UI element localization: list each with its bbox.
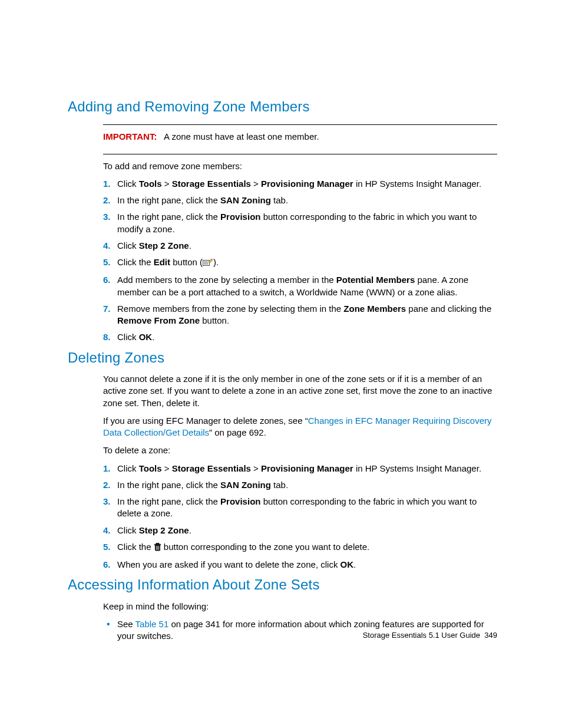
list-item: 1. Click Tools > Storage Essentials > Pr…: [103, 463, 497, 475]
link-table-51[interactable]: Table 51: [135, 619, 169, 629]
step-number: 4.: [103, 525, 111, 536]
section3-intro: Keep in mind the following:: [103, 601, 497, 612]
section1-steps: 1. Click Tools > Storage Essentials > Pr…: [103, 178, 497, 344]
step-number: 2.: [103, 195, 111, 206]
list-item: 1. Click Tools > Storage Essentials > Pr…: [103, 178, 497, 190]
list-item: 6. Add members to the zone by selecting …: [103, 274, 497, 298]
important-label: IMPORTANT:: [103, 131, 157, 141]
list-item: 3. In the right pane, click the Provisio…: [103, 211, 497, 235]
step-number: 8.: [103, 331, 111, 343]
step-number: 1.: [103, 463, 111, 475]
step-number: 7.: [103, 303, 111, 315]
section2-steps: 1. Click Tools > Storage Essentials > Pr…: [103, 463, 497, 571]
step-number: 6.: [103, 274, 111, 286]
section2-para2: If you are using EFC Manager to delete z…: [103, 415, 497, 439]
section1-body: IMPORTANT: A zone must have at least one…: [103, 124, 497, 343]
rule-top: [103, 124, 497, 125]
step-number: 3.: [103, 496, 111, 508]
section1-intro: To add and remove zone members:: [103, 160, 497, 172]
footer-page-number: 349: [484, 631, 497, 640]
step-number: 4.: [103, 240, 111, 252]
list-item: 4. Click Step 2 Zone.: [103, 240, 497, 252]
delete-icon: [154, 542, 161, 554]
list-item: 7. Remove members from the zone by selec…: [103, 303, 497, 327]
list-item: 2. In the right pane, click the SAN Zoni…: [103, 479, 497, 491]
important-note: IMPORTANT: A zone must have at least one…: [103, 131, 497, 143]
document-page: Adding and Removing Zone Members IMPORTA…: [0, 0, 562, 728]
section2-para1: You cannot delete a zone if it is the on…: [103, 373, 497, 409]
rule-bottom: [103, 154, 497, 154]
section2-intro: To delete a zone:: [103, 444, 497, 456]
heading-accessing-zone-sets: Accessing Information About Zone Sets: [68, 575, 497, 594]
step-number: 5.: [103, 256, 111, 268]
important-text: A zone must have at least one member.: [164, 131, 319, 141]
step-number: 5.: [103, 541, 111, 553]
footer-title: Storage Essentials 5.1 User Guide: [363, 631, 480, 640]
step-number: 1.: [103, 178, 111, 190]
step-number: 6.: [103, 559, 111, 571]
svg-rect-6: [156, 543, 158, 544]
step-number: 3.: [103, 211, 111, 223]
list-item: 8. Click OK.: [103, 331, 497, 343]
list-item: 4. Click Step 2 Zone.: [103, 525, 497, 536]
step-number: 2.: [103, 479, 111, 491]
list-item: 5. Click the button corresponding to the…: [103, 541, 497, 554]
section2-body: You cannot delete a zone if it is the on…: [103, 373, 497, 571]
list-item: 5. Click the Edit button ().: [103, 256, 497, 269]
heading-deleting-zones: Deleting Zones: [68, 348, 497, 367]
page-footer: Storage Essentials 5.1 User Guide 349: [363, 630, 497, 641]
list-item: 2. In the right pane, click the SAN Zoni…: [103, 195, 497, 206]
edit-icon: [203, 258, 213, 269]
heading-adding-removing: Adding and Removing Zone Members: [68, 97, 497, 116]
list-item: 6. When you are asked if you want to del…: [103, 559, 497, 571]
list-item: 3. In the right pane, click the Provisio…: [103, 496, 497, 520]
